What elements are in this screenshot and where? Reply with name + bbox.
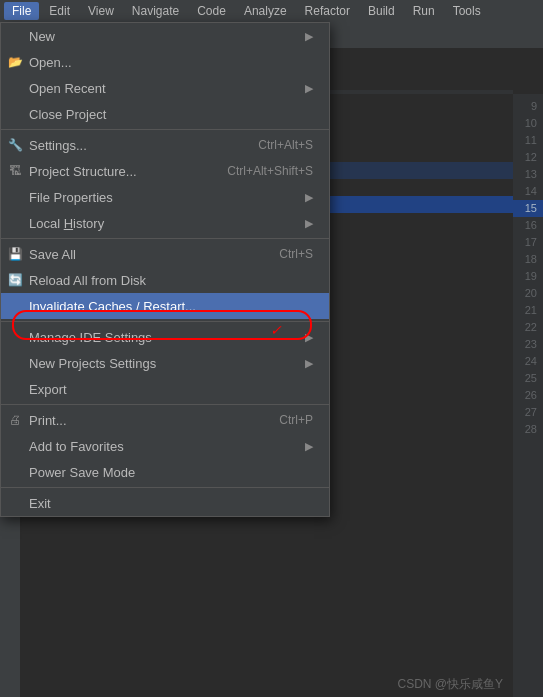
line-28: 28 (513, 421, 543, 438)
line-13: 13 (513, 166, 543, 183)
menu-file[interactable]: File (4, 2, 39, 20)
separator-5 (1, 487, 329, 488)
menu-item-new-label: New (29, 29, 55, 44)
menu-item-export[interactable]: Export (1, 376, 329, 402)
open-folder-icon: 📂 (7, 54, 23, 70)
menu-item-local-history[interactable]: Local History ▶ (1, 210, 329, 236)
menu-item-save-all-shortcut: Ctrl+S (279, 247, 313, 261)
file-dropdown-menu: New ▶ 📂 Open... Open Recent ▶ Close Proj… (0, 22, 330, 517)
menu-item-print[interactable]: 🖨 Print... Ctrl+P (1, 407, 329, 433)
menu-item-file-properties[interactable]: File Properties ▶ (1, 184, 329, 210)
menu-item-manage-ide[interactable]: Manage IDE Settings ▶ (1, 324, 329, 350)
separator-4 (1, 404, 329, 405)
menu-build[interactable]: Build (360, 2, 403, 20)
menu-item-invalidate-label: Invalidate Caches / Restart... (29, 299, 196, 314)
menu-item-power-save[interactable]: Power Save Mode (1, 459, 329, 485)
menu-item-save-all-label: Save All (29, 247, 76, 262)
print-icon: 🖨 (7, 412, 23, 428)
menu-analyze[interactable]: Analyze (236, 2, 295, 20)
menu-item-file-properties-arrow: ▶ (305, 191, 313, 204)
line-9: 9 (513, 98, 543, 115)
menu-item-manage-ide-label: Manage IDE Settings (29, 330, 152, 345)
menu-item-new-arrow: ▶ (305, 30, 313, 43)
menu-item-project-structure-label: Project Structure... (29, 164, 137, 179)
line-numbers: 9 10 11 12 13 14 15 16 17 18 19 20 21 22… (513, 94, 543, 697)
settings-icon: 🔧 (7, 137, 23, 153)
menu-item-exit-label: Exit (29, 496, 51, 511)
menu-item-print-label: Print... (29, 413, 67, 428)
menu-edit[interactable]: Edit (41, 2, 78, 20)
line-25: 25 (513, 370, 543, 387)
line-26: 26 (513, 387, 543, 404)
separator-3 (1, 321, 329, 322)
menu-item-new[interactable]: New ▶ (1, 23, 329, 49)
menu-item-add-favorites-label: Add to Favorites (29, 439, 124, 454)
menu-item-print-shortcut: Ctrl+P (279, 413, 313, 427)
menu-item-open-recent-arrow: ▶ (305, 82, 313, 95)
menu-item-settings-label: Settings... (29, 138, 87, 153)
menu-item-close-project-label: Close Project (29, 107, 106, 122)
menu-item-add-favorites-arrow: ▶ (305, 440, 313, 453)
line-22: 22 (513, 319, 543, 336)
menu-navigate[interactable]: Navigate (124, 2, 187, 20)
project-structure-icon: 🏗 (7, 163, 23, 179)
reload-icon: 🔄 (7, 272, 23, 288)
save-all-icon: 💾 (7, 246, 23, 262)
line-21: 21 (513, 302, 543, 319)
menu-item-close-project[interactable]: Close Project (1, 101, 329, 127)
menu-item-manage-ide-arrow: ▶ (305, 331, 313, 344)
menu-item-project-structure[interactable]: 🏗 Project Structure... Ctrl+Alt+Shift+S (1, 158, 329, 184)
line-10: 10 (513, 115, 543, 132)
menu-item-project-structure-shortcut: Ctrl+Alt+Shift+S (227, 164, 313, 178)
line-23: 23 (513, 336, 543, 353)
line-19: 19 (513, 268, 543, 285)
menu-item-invalidate[interactable]: Invalidate Caches / Restart... (1, 293, 329, 319)
line-27: 27 (513, 404, 543, 421)
menu-item-open-recent[interactable]: Open Recent ▶ (1, 75, 329, 101)
line-24: 24 (513, 353, 543, 370)
menu-item-settings[interactable]: 🔧 Settings... Ctrl+Alt+S (1, 132, 329, 158)
line-17: 17 (513, 234, 543, 251)
line-15: 15 (513, 200, 543, 217)
separator-1 (1, 129, 329, 130)
menu-item-open-label: Open... (29, 55, 72, 70)
menu-item-file-properties-label: File Properties (29, 190, 113, 205)
menu-item-export-label: Export (29, 382, 67, 397)
menu-item-new-projects-arrow: ▶ (305, 357, 313, 370)
menu-view[interactable]: View (80, 2, 122, 20)
menu-tools[interactable]: Tools (445, 2, 489, 20)
menu-item-save-all[interactable]: 💾 Save All Ctrl+S (1, 241, 329, 267)
menu-item-exit[interactable]: Exit (1, 490, 329, 516)
menu-item-local-history-arrow: ▶ (305, 217, 313, 230)
menu-run[interactable]: Run (405, 2, 443, 20)
menu-item-open-recent-label: Open Recent (29, 81, 106, 96)
menu-item-reload[interactable]: 🔄 Reload All from Disk (1, 267, 329, 293)
line-18: 18 (513, 251, 543, 268)
menu-item-reload-label: Reload All from Disk (29, 273, 146, 288)
line-12: 12 (513, 149, 543, 166)
watermark: CSDN @快乐咸鱼Y (397, 676, 503, 693)
line-20: 20 (513, 285, 543, 302)
menu-item-settings-shortcut: Ctrl+Alt+S (258, 138, 313, 152)
menu-item-add-favorites[interactable]: Add to Favorites ▶ (1, 433, 329, 459)
menu-item-open[interactable]: 📂 Open... (1, 49, 329, 75)
line-16: 16 (513, 217, 543, 234)
menu-item-power-save-label: Power Save Mode (29, 465, 135, 480)
separator-2 (1, 238, 329, 239)
menu-code[interactable]: Code (189, 2, 234, 20)
menu-bar: File Edit View Navigate Code Analyze Ref… (0, 0, 543, 22)
line-11: 11 (513, 132, 543, 149)
menu-item-new-projects[interactable]: New Projects Settings ▶ (1, 350, 329, 376)
menu-refactor[interactable]: Refactor (297, 2, 358, 20)
menu-item-new-projects-label: New Projects Settings (29, 356, 156, 371)
line-14: 14 (513, 183, 543, 200)
menu-item-local-history-label: Local History (29, 216, 104, 231)
